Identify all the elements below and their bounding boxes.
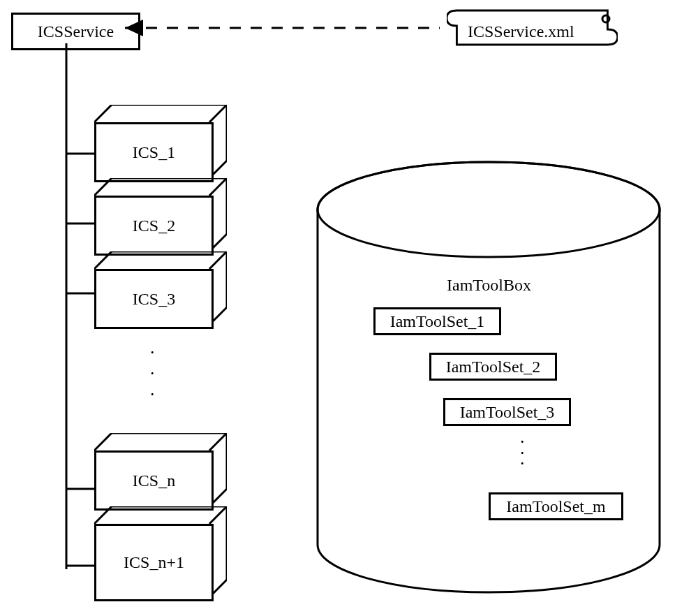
svg-line-19 bbox=[209, 178, 227, 196]
toolset-ellipsis: ··· bbox=[520, 437, 530, 469]
svg-line-30 bbox=[94, 506, 112, 524]
cube-ics-n1: ICS_n+1 bbox=[94, 506, 227, 597]
svg-line-25 bbox=[94, 433, 112, 450]
cylinder-title: IamToolBox bbox=[447, 276, 531, 295]
cube-label: ICS_n bbox=[133, 471, 175, 490]
xml-scroll: ICSService.xml bbox=[447, 8, 618, 47]
toolset-label: IamToolSet_1 bbox=[390, 312, 485, 331]
toolset-1: IamToolSet_1 bbox=[373, 307, 501, 335]
svg-line-20 bbox=[94, 251, 112, 269]
toolbox-cylinder: IamToolBox IamToolSet_1 IamToolSet_2 Iam… bbox=[314, 161, 663, 594]
toolset-m: IamToolSet_m bbox=[489, 492, 623, 520]
cube-ics-1: ICS_1 bbox=[94, 105, 227, 178]
cube-label: ICS_3 bbox=[133, 290, 175, 309]
toolset-label: IamToolSet_3 bbox=[460, 403, 555, 422]
svg-line-14 bbox=[209, 105, 227, 122]
toolset-label: IamToolSet_2 bbox=[446, 358, 541, 376]
cube-ics-2: ICS_2 bbox=[94, 178, 227, 251]
diagram-canvas: ICSService ICSService.xml ICS_1 ICS_2 IC… bbox=[0, 0, 698, 616]
toolset-label: IamToolSet_m bbox=[506, 497, 605, 516]
svg-line-10 bbox=[94, 105, 112, 122]
cube-ics-3: ICS_3 bbox=[94, 251, 227, 325]
cube-label: ICS_n+1 bbox=[124, 553, 184, 572]
svg-line-29 bbox=[209, 433, 227, 450]
toolset-2: IamToolSet_2 bbox=[429, 353, 557, 381]
cube-label: ICS_2 bbox=[133, 217, 175, 235]
toolset-3: IamToolSet_3 bbox=[443, 398, 571, 426]
cube-ellipsis: ··· bbox=[150, 342, 161, 405]
xml-label: ICSService.xml bbox=[468, 22, 574, 41]
svg-line-15 bbox=[94, 178, 112, 196]
cube-ics-n: ICS_n bbox=[94, 433, 227, 506]
svg-line-34 bbox=[209, 506, 227, 524]
svg-line-24 bbox=[209, 251, 227, 269]
